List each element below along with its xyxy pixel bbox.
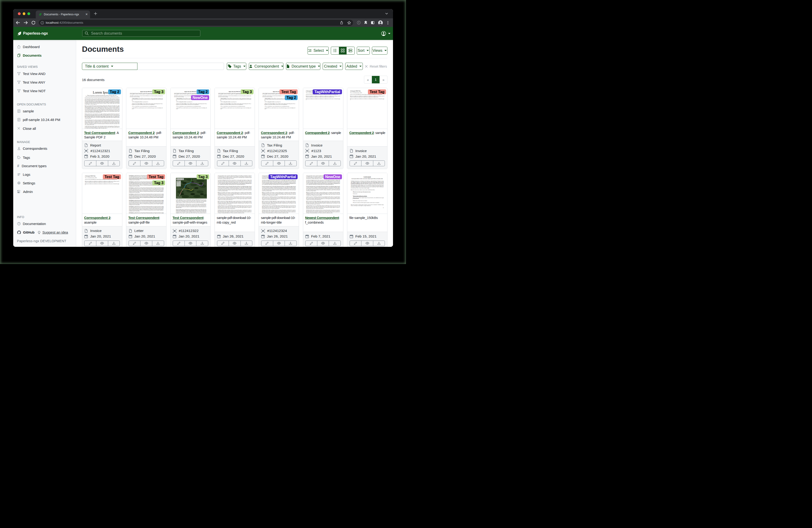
svg-text:for trip in MYCK: for trip in MYCK <box>177 180 181 181</box>
svg-text:Google Earth: Google Earth <box>177 197 182 198</box>
svg-text:Legend: Legend <box>177 181 179 182</box>
svg-text:Boundary Waters Trip: Boundary Waters Trip <box>177 179 187 180</box>
